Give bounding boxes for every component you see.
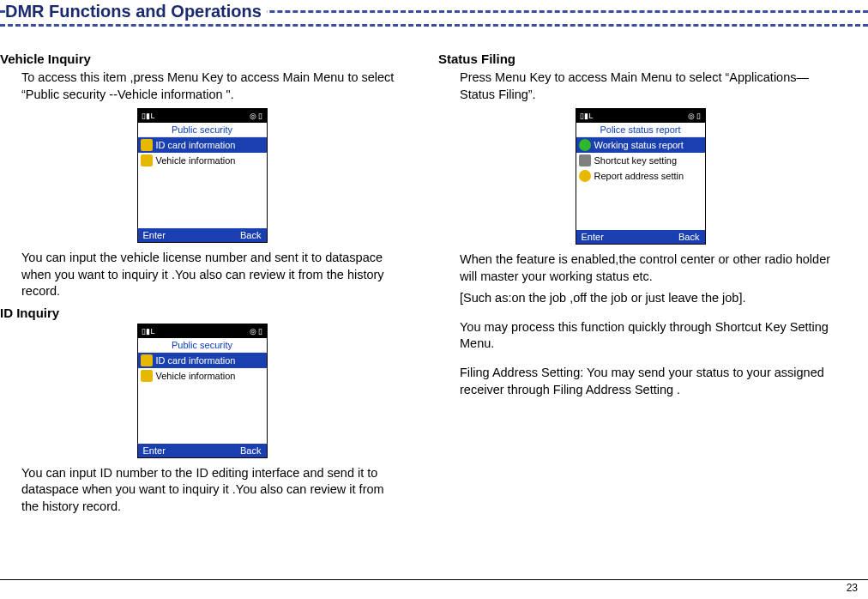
gear-icon — [579, 170, 591, 182]
phone2-foot-left: Enter — [143, 445, 166, 456]
phone1-row1-label: Vehicle information — [156, 155, 236, 166]
phone2-row-idcard: ID card information — [138, 353, 267, 368]
vehicle-screenshot: ▯ ▮ L ◎ ▯ Public security ID card inform… — [0, 108, 404, 243]
phone1-title: Public security — [138, 123, 267, 137]
status-filing-p2: When the feature is enabled,the control … — [460, 251, 842, 285]
phone2-statusbar: ▯ ▮ L ◎ ▯ — [138, 324, 267, 338]
phone-mock-1: ▯ ▮ L ◎ ▯ Public security ID card inform… — [137, 108, 268, 243]
id-inquiry-p1: You can input ID number to the ID editin… — [21, 465, 404, 516]
phone2-foot-right: Back — [240, 445, 261, 456]
phone1-row-vehicle: Vehicle information — [138, 153, 267, 168]
phone-mock-3: ▯ ▮ L ◎ ▯ Police status report Working s… — [576, 108, 706, 245]
vehicle-icon — [141, 370, 153, 382]
phone3-footer: Enter Back — [576, 230, 705, 244]
phone3-foot-left: Enter — [582, 232, 604, 242]
phone-mock-2: ▯ ▮ L ◎ ▯ Public security ID card inform… — [137, 324, 268, 458]
status-filing-p1: Press Menu Key to access Main Menu to se… — [460, 70, 842, 103]
phone2-row-vehicle: Vehicle information — [138, 368, 267, 384]
phone2-title: Public security — [138, 338, 267, 353]
phone1-foot-right: Back — [240, 230, 261, 240]
header-dash-bottom — [0, 24, 868, 27]
status-filing-p3: [Such as:on the job ,off the job or just… — [460, 290, 842, 307]
phone1-body — [138, 168, 267, 228]
left-column: Vehicle Inquiry To access this item ,pre… — [0, 51, 421, 521]
keyboard-icon — [579, 154, 591, 166]
phone2-status-right: ◎ ▯ — [250, 327, 263, 336]
phone3-row2-label: Report address settin — [594, 171, 684, 181]
phone3-row0-label: Working status report — [594, 140, 684, 150]
phone3-foot-right: Back — [678, 232, 699, 242]
id-card-icon — [141, 139, 153, 151]
content-columns: Vehicle Inquiry To access this item ,pre… — [0, 34, 868, 521]
footer-rule — [0, 579, 868, 580]
phone1-status-left: ▯ ▮ L — [142, 112, 154, 120]
phone1-row0-label: ID card information — [156, 140, 236, 150]
vehicle-inquiry-p1: To access this item ,press Menu Key to a… — [21, 70, 404, 103]
phone2-row0-label: ID card information — [156, 355, 236, 366]
phone3-status-right: ◎ ▯ — [688, 112, 702, 120]
phone1-status-right: ◎ ▯ — [250, 112, 263, 120]
phone3-row1-label: Shortcut key setting — [594, 155, 678, 166]
phone1-foot-left: Enter — [143, 230, 166, 240]
status-filing-p4: You may process this function quickly th… — [460, 319, 842, 353]
phone1-footer: Enter Back — [138, 228, 267, 242]
vehicle-icon — [141, 154, 153, 166]
status-filing-title: Status Filing — [438, 51, 842, 66]
id-inquiry-title: ID Inquiry — [0, 306, 404, 320]
vehicle-inquiry-p2: You can input the vehicle license number… — [21, 250, 404, 300]
phone3-body — [576, 184, 705, 230]
phone3-row-working: Working status report — [576, 137, 705, 153]
phone1-row-idcard: ID card information — [138, 137, 267, 153]
phone3-row-address: Report address settin — [576, 168, 705, 184]
status-screenshot: ▯ ▮ L ◎ ▯ Police status report Working s… — [438, 108, 842, 245]
status-filing-p5: Filing Address Setting: You may send you… — [460, 365, 842, 398]
id-screenshot: ▯ ▮ L ◎ ▯ Public security ID card inform… — [0, 324, 404, 458]
phone1-statusbar: ▯ ▮ L ◎ ▯ — [138, 109, 267, 123]
id-card-icon — [141, 354, 153, 366]
phone3-row-shortcut: Shortcut key setting — [576, 153, 705, 168]
page-title: DMR Functions and Operations — [5, 2, 267, 21]
phone3-statusbar: ▯ ▮ L ◎ ▯ — [576, 109, 705, 123]
phone2-status-left: ▯ ▮ L — [142, 327, 154, 336]
phone3-title: Police status report — [576, 123, 705, 137]
phone2-row1-label: Vehicle information — [156, 371, 236, 381]
phone2-footer: Enter Back — [138, 444, 267, 457]
vehicle-inquiry-title: Vehicle Inquiry — [0, 51, 404, 66]
page-number: 23 — [847, 582, 858, 594]
phone2-body — [138, 384, 267, 444]
page-header: DMR Functions and Operations — [0, 0, 868, 34]
check-circle-icon — [579, 139, 591, 151]
phone3-status-left: ▯ ▮ L — [580, 112, 593, 120]
right-column: Status Filing Press Menu Key to access M… — [421, 51, 859, 521]
